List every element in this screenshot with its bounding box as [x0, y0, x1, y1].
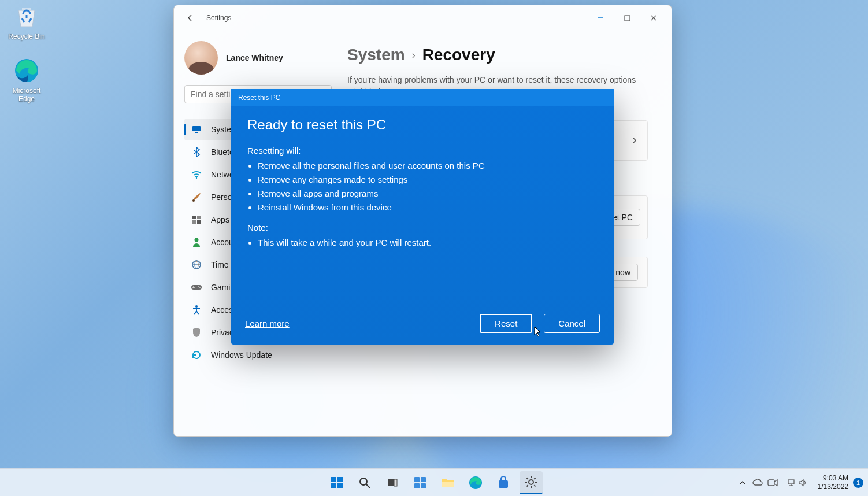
- chevron-right-icon: ›: [412, 49, 416, 61]
- svg-line-42: [534, 485, 535, 486]
- shield-icon: [190, 326, 203, 339]
- monitor-icon: [190, 123, 203, 136]
- dialog-note-heading: Note:: [247, 223, 598, 232]
- desktop-icon-edge[interactable]: Microsoft Edge: [3, 57, 50, 103]
- wifi-icon: [190, 168, 203, 181]
- folder-icon: [441, 476, 455, 489]
- maximize-icon: [624, 15, 630, 21]
- learn-more-link[interactable]: Learn more: [245, 319, 290, 328]
- svg-rect-5: [192, 126, 201, 131]
- minimize-button[interactable]: [587, 9, 614, 27]
- svg-rect-30: [421, 477, 426, 482]
- breadcrumb-parent[interactable]: System: [347, 46, 405, 64]
- widgets-button[interactable]: [409, 471, 432, 494]
- settings-taskbar-button[interactable]: [520, 471, 543, 494]
- taskbar-clock[interactable]: 9:03 AM 1/13/2022: [814, 474, 852, 491]
- network-icon: [787, 479, 796, 487]
- svg-line-44: [534, 478, 535, 479]
- cloud-icon: [752, 479, 763, 487]
- window-title: Settings: [206, 14, 231, 22]
- close-button[interactable]: [640, 9, 667, 27]
- notification-badge[interactable]: 1: [853, 478, 863, 488]
- svg-rect-9: [192, 216, 196, 219]
- svg-line-26: [366, 484, 370, 488]
- apps-icon: [190, 213, 203, 226]
- svg-point-25: [360, 478, 367, 485]
- desktop-icon-label: Microsoft Edge: [13, 87, 41, 103]
- dialog-bullet: This will take a while and your PC will …: [258, 236, 598, 250]
- dialog-title: Reset this PC: [231, 89, 614, 106]
- svg-rect-27: [388, 479, 394, 486]
- reset-button[interactable]: Reset: [480, 314, 532, 333]
- svg-line-43: [527, 485, 528, 486]
- svg-rect-33: [442, 482, 454, 487]
- reset-pc-dialog: Reset this PC Ready to reset this PC Res…: [231, 89, 614, 345]
- recycle-bin-icon: [13, 2, 40, 30]
- person-icon: [190, 236, 203, 249]
- svg-rect-28: [394, 479, 397, 486]
- update-icon: [190, 349, 203, 361]
- store-button[interactable]: [492, 471, 515, 494]
- svg-point-20: [195, 305, 198, 308]
- maximize-button[interactable]: [614, 9, 640, 27]
- dialog-heading: Ready to reset this PC: [247, 117, 598, 133]
- svg-rect-22: [337, 477, 343, 482]
- sidebar-item-label: Windows Update: [211, 350, 272, 360]
- windows-icon: [330, 476, 344, 490]
- brush-icon: [190, 191, 203, 203]
- svg-rect-11: [192, 220, 196, 224]
- taskbar-time: 9:03 AM: [818, 474, 848, 482]
- svg-rect-45: [768, 480, 774, 486]
- file-explorer-button[interactable]: [436, 471, 459, 494]
- taskbar-date: 1/13/2022: [818, 483, 848, 491]
- chevron-up-icon: [739, 479, 746, 486]
- close-icon: [650, 14, 657, 21]
- gamepad-icon: [190, 281, 203, 294]
- svg-rect-32: [421, 483, 426, 488]
- edge-icon: [469, 476, 483, 490]
- network-volume-tray[interactable]: [781, 471, 813, 494]
- svg-line-41: [527, 478, 528, 479]
- svg-rect-10: [197, 216, 201, 219]
- edge-icon: [13, 57, 40, 84]
- widgets-icon: [413, 476, 427, 490]
- cancel-button[interactable]: Cancel: [544, 314, 600, 333]
- desktop-icon-label: Recycle Bin: [8, 32, 44, 40]
- taskbar-search-button[interactable]: [353, 471, 376, 494]
- dialog-bullet: Remove any changes made to settings: [258, 173, 598, 187]
- breadcrumb: System › Recovery: [347, 46, 654, 64]
- camera-icon: [767, 479, 778, 487]
- dialog-bullet: Remove all the personal files and user a…: [258, 159, 598, 173]
- svg-point-13: [195, 238, 199, 242]
- svg-rect-23: [331, 483, 336, 488]
- task-view-icon: [386, 476, 399, 489]
- svg-rect-24: [337, 483, 343, 488]
- volume-icon: [798, 479, 807, 487]
- window-titlebar: Settings: [174, 5, 672, 31]
- desktop-icon-recycle-bin[interactable]: Recycle Bin: [3, 2, 50, 40]
- sidebar-item-windows-update[interactable]: Windows Update: [184, 344, 340, 366]
- svg-point-8: [192, 199, 195, 202]
- minimize-icon: [597, 14, 604, 21]
- bluetooth-icon: [190, 146, 203, 158]
- profile-section[interactable]: Lance Whitney: [184, 41, 340, 75]
- search-icon: [358, 476, 371, 489]
- meet-now-tray-icon[interactable]: [766, 471, 780, 494]
- gear-icon: [524, 475, 538, 489]
- back-button[interactable]: [182, 10, 198, 26]
- svg-rect-35: [499, 480, 508, 488]
- globe-icon: [190, 258, 203, 271]
- dialog-bullet: Remove all apps and programs: [258, 187, 598, 201]
- avatar: [184, 41, 218, 75]
- page-title: Recovery: [422, 46, 495, 64]
- task-view-button[interactable]: [381, 471, 404, 494]
- svg-point-18: [198, 286, 199, 287]
- svg-rect-21: [331, 477, 336, 482]
- start-button[interactable]: [325, 471, 348, 494]
- edge-taskbar-button[interactable]: [464, 471, 487, 494]
- onedrive-tray-icon[interactable]: [751, 471, 765, 494]
- svg-rect-2: [625, 16, 630, 21]
- taskbar: 9:03 AM 1/13/2022 1: [0, 468, 868, 496]
- svg-rect-6: [195, 132, 198, 133]
- tray-overflow-button[interactable]: [736, 471, 750, 494]
